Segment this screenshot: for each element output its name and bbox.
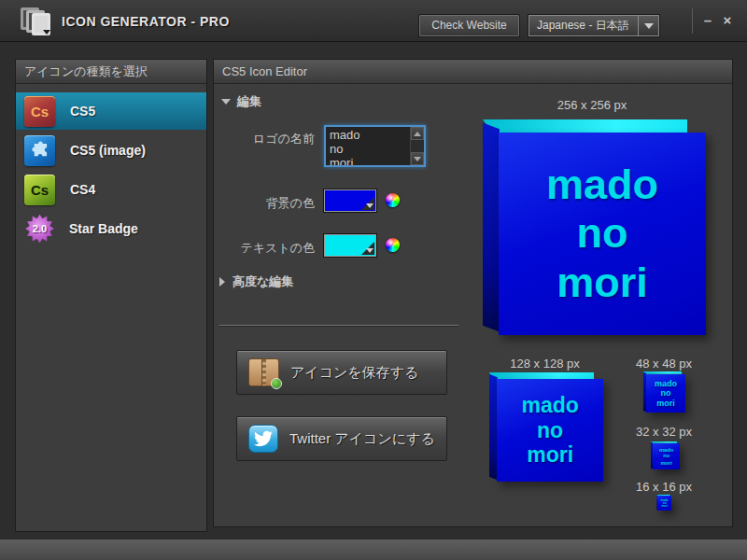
twitter-bird-icon (248, 425, 278, 453)
sidebar-item-label: CS5 (70, 104, 95, 119)
puzzle-icon (24, 135, 55, 166)
language-select[interactable]: Japanese - 日本語 (529, 15, 659, 36)
swatch-dropdown-icon (366, 203, 374, 208)
advanced-section-label: 高度な編集 (233, 273, 293, 290)
sidebar-header: アイコンの種類を選択 (16, 60, 206, 84)
scroll-down-button[interactable] (411, 152, 424, 165)
edit-section-toggle[interactable]: 編集 (221, 93, 261, 110)
triangle-down-icon (221, 99, 231, 105)
package-icon (248, 358, 279, 386)
preview-size-label-48: 48 x 48 px (622, 357, 706, 371)
preview-size-label-16: 16 x 16 px (622, 480, 706, 494)
triangle-right-icon (219, 277, 225, 287)
color-wheel-icon[interactable] (386, 238, 400, 252)
icon-preview-256: madonomori (478, 119, 706, 335)
editor-header: CS5 Icon Editor (214, 60, 732, 84)
textarea-scrollbar[interactable] (410, 127, 424, 165)
bg-color-swatch[interactable] (324, 189, 376, 212)
sidebar-item-label: Star Badge (69, 221, 138, 236)
triangle-up-icon (414, 132, 421, 136)
bg-color-label: 背景の色 (221, 195, 315, 212)
sidebar-item-cs5[interactable]: Cs CS5 (16, 92, 206, 130)
language-dropdown-button[interactable] (638, 16, 658, 35)
icon-type-panel: アイコンの種類を選択 Cs CS5 CS5 (image) Cs CS4 2.0… (15, 59, 207, 532)
save-button-label: アイコンを保存する (290, 364, 418, 382)
logo-name-input[interactable]: mado no mori (326, 127, 410, 165)
icon-preview-128: madonomori (486, 372, 603, 482)
title-bar: ICON GENERATOR - PRO Check Website Japan… (0, 0, 747, 42)
logo-name-field-wrap: mado no mori (324, 125, 426, 167)
editor-panel: CS5 Icon Editor 編集 ロゴの名前 mado no mori 背景… (213, 59, 733, 527)
twitter-icon-button[interactable]: Twitter アイコンにする (236, 416, 447, 461)
preview-size-label-256: 256 x 256 px (475, 98, 709, 112)
app-logo-icon (21, 7, 56, 36)
preview-size-label-128: 128 x 128 px (486, 357, 603, 371)
save-icon-button[interactable]: アイコンを保存する (236, 350, 447, 395)
sidebar-item-label: CS4 (70, 182, 95, 197)
window-title: ICON GENERATOR - PRO (62, 14, 230, 29)
section-divider (219, 325, 458, 326)
cs5-icon: Cs (24, 96, 55, 127)
color-wheel-icon[interactable] (386, 193, 400, 207)
status-bar (0, 539, 747, 560)
sidebar-item-cs4[interactable]: Cs CS4 (16, 171, 206, 208)
icon-preview-16: madonomori (656, 495, 671, 511)
edit-section-label: 編集 (237, 93, 261, 110)
sidebar-item-label: CS5 (image) (70, 143, 146, 158)
check-website-button[interactable]: Check Website (419, 15, 519, 36)
icon-preview-48: madonomori (642, 371, 685, 413)
sidebar-item-star-badge[interactable]: 2.0 Star Badge (16, 210, 206, 247)
preview-size-label-32: 32 x 32 px (622, 425, 706, 439)
sidebar-item-cs5-image[interactable]: CS5 (image) (16, 132, 206, 169)
language-selected-value: Japanese - 日本語 (537, 19, 629, 32)
triangle-down-icon (414, 157, 421, 161)
scroll-up-button[interactable] (411, 127, 424, 140)
swatch-dropdown-icon (366, 248, 374, 253)
advanced-section-toggle[interactable]: 高度な編集 (219, 273, 293, 290)
text-color-label: テキストの色 (221, 240, 315, 257)
twitter-button-label: Twitter アイコンにする (289, 430, 435, 448)
icon-preview-32: madonomori (650, 441, 680, 469)
logo-name-label: ロゴの名前 (221, 131, 315, 147)
cs4-icon: Cs (24, 175, 55, 205)
text-color-swatch[interactable] (324, 234, 376, 257)
star-badge-icon: 2.0 (25, 215, 54, 244)
minimize-button[interactable]: – (699, 10, 716, 30)
chevron-down-icon (644, 23, 654, 29)
titlebar-separator (692, 8, 693, 34)
close-button[interactable]: × (719, 10, 736, 30)
